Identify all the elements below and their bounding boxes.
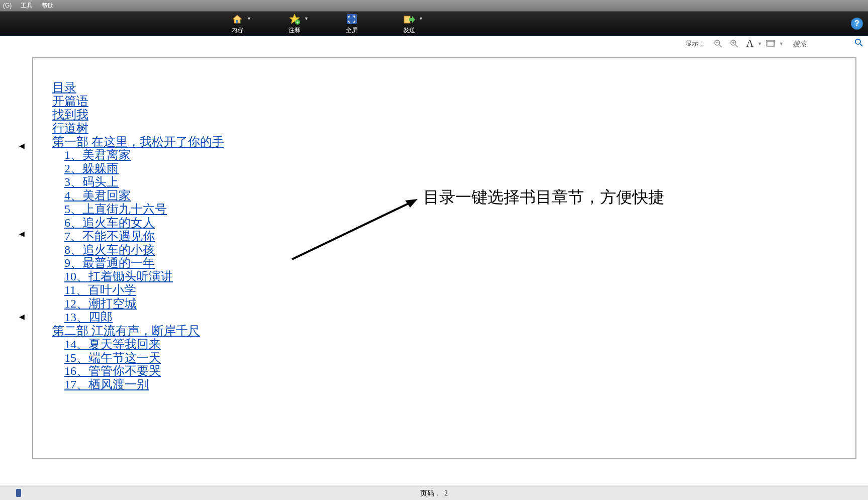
zoom-out-icon[interactable] bbox=[714, 40, 722, 48]
toc-link[interactable]: 开篇语 bbox=[52, 94, 836, 108]
content-area: ◀ ◀ ◀ 目录 开篇语 找到我 行道树 第一部 在这里，我松开了你的手 1、美… bbox=[0, 51, 868, 485]
toc-link[interactable]: 7、不能不遇见你 bbox=[64, 230, 836, 243]
nav-arrow-left[interactable]: ◀ bbox=[19, 142, 25, 150]
annotation-text: 目录一键选择书目章节，方便快捷 bbox=[423, 186, 664, 209]
toc-link[interactable]: 8、追火车的小孩 bbox=[64, 243, 836, 257]
statusbar: 页码． 2 bbox=[0, 486, 868, 500]
layout-button[interactable] bbox=[766, 40, 775, 47]
nav-arrow-left[interactable]: ◀ bbox=[19, 313, 25, 321]
chevron-down-icon: ▼ bbox=[247, 16, 251, 21]
annotate-button[interactable]: + 注释 ▼ bbox=[288, 13, 301, 35]
menu-tools[interactable]: 工具 bbox=[21, 2, 33, 10]
content-button[interactable]: 内容 ▼ bbox=[231, 13, 243, 35]
nav-arrow-left[interactable]: ◀ bbox=[19, 230, 25, 238]
svg-point-14 bbox=[855, 39, 860, 44]
home-icon bbox=[231, 13, 243, 25]
send-icon bbox=[403, 13, 415, 25]
svg-line-15 bbox=[860, 44, 862, 46]
toc-link[interactable]: 10、扛着锄头听演讲 bbox=[64, 270, 836, 283]
menu-g[interactable]: (G) bbox=[3, 2, 12, 9]
help-icon[interactable]: ? bbox=[851, 18, 863, 30]
font-size-button[interactable]: A bbox=[746, 38, 753, 49]
fullscreen-icon bbox=[346, 13, 358, 25]
fullscreen-button[interactable]: 全屏 bbox=[346, 13, 358, 35]
svg-rect-13 bbox=[767, 41, 774, 46]
annotation-arrow-icon bbox=[290, 196, 420, 262]
left-gutter: ◀ ◀ ◀ bbox=[0, 51, 26, 485]
chevron-down-icon: ▼ bbox=[757, 41, 762, 46]
toc-link[interactable]: 找到我 bbox=[52, 108, 836, 122]
toc-link[interactable]: 1、美君离家 bbox=[64, 148, 836, 162]
fullscreen-label: 全屏 bbox=[346, 26, 358, 35]
chevron-down-icon: ▼ bbox=[779, 41, 784, 46]
toc-link[interactable]: 17、栖风渡一别 bbox=[64, 378, 836, 391]
toc-link[interactable]: 2、躲躲雨 bbox=[64, 162, 836, 175]
send-label: 发送 bbox=[403, 26, 415, 35]
toc-link[interactable]: 行道树 bbox=[52, 122, 836, 135]
svg-line-16 bbox=[292, 202, 413, 259]
toolbar: 内容 ▼ + 注释 ▼ 全屏 发送 ▼ ? bbox=[0, 11, 868, 36]
annotate-label: 注释 bbox=[288, 26, 301, 35]
status-indicator bbox=[16, 489, 21, 497]
page-label: 页码． bbox=[420, 489, 441, 498]
zoom-in-icon[interactable] bbox=[730, 40, 738, 48]
star-icon: + bbox=[288, 13, 301, 25]
search-icon[interactable] bbox=[855, 39, 863, 49]
toc-link[interactable]: 6、追火车的女人 bbox=[64, 216, 836, 230]
toc-link[interactable]: 11、百叶小学 bbox=[64, 283, 836, 297]
toc-link[interactable]: 15、端午节这一天 bbox=[64, 351, 836, 365]
page: 目录 开篇语 找到我 行道树 第一部 在这里，我松开了你的手 1、美君离家 2、… bbox=[32, 57, 856, 459]
toc-part1[interactable]: 第一部 在这里，我松开了你的手 bbox=[52, 135, 836, 149]
toc-link[interactable]: 16、管管你不要哭 bbox=[64, 364, 836, 378]
menubar: (G) 工具 帮助 bbox=[0, 0, 868, 11]
send-button[interactable]: 发送 ▼ bbox=[403, 13, 415, 35]
menu-help[interactable]: 帮助 bbox=[42, 2, 54, 10]
content-label: 内容 bbox=[231, 26, 243, 35]
toc-link[interactable]: 目录 bbox=[52, 81, 836, 94]
toc-link[interactable]: 13、四郎 bbox=[64, 311, 836, 324]
svg-text:+: + bbox=[296, 20, 299, 25]
display-label: 显示： bbox=[686, 39, 705, 48]
toc-link[interactable]: 12、潮打空城 bbox=[64, 297, 836, 311]
chevron-down-icon: ▼ bbox=[419, 16, 423, 21]
svg-rect-0 bbox=[236, 20, 238, 23]
chevron-down-icon: ▼ bbox=[304, 16, 309, 21]
toc-link[interactable]: 9、最普通的一年 bbox=[64, 256, 836, 270]
page-number: 2 bbox=[444, 489, 448, 497]
toc-part2[interactable]: 第二部 江流有声，断岸千尺 bbox=[52, 324, 836, 338]
search-input[interactable] bbox=[793, 40, 853, 48]
controls-bar: 显示： A▼ ▼ bbox=[0, 36, 868, 51]
svg-rect-3 bbox=[347, 14, 357, 24]
svg-line-6 bbox=[719, 45, 722, 47]
svg-line-9 bbox=[735, 45, 738, 47]
toc-link[interactable]: 14、夏天等我回来 bbox=[64, 338, 836, 351]
